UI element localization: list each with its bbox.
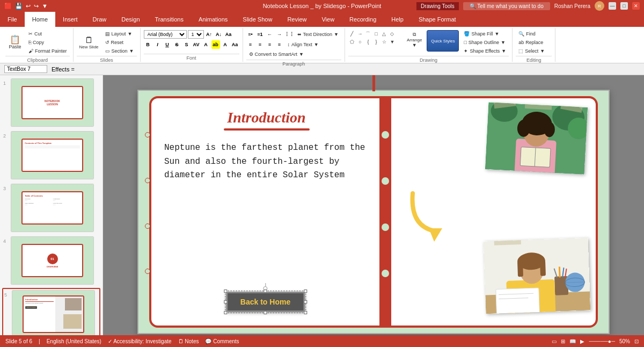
tab-review[interactable]: Review xyxy=(280,12,314,27)
slide-thumb-3[interactable]: 3 Table of Contents Overview——Assignment… xyxy=(2,183,100,233)
notes-status[interactable]: 🗒 Notes xyxy=(178,338,199,344)
new-slide-button[interactable]: 🗒 New Slide xyxy=(77,34,101,51)
align-left-button[interactable]: ≡ xyxy=(246,40,255,49)
reset-button[interactable]: ↺ Reset xyxy=(103,39,137,46)
indent-more-button[interactable]: → xyxy=(275,30,284,39)
quick-access-save[interactable]: 💾 xyxy=(15,3,23,10)
search-bar[interactable]: 🔍 Tell me what you want to do xyxy=(463,2,550,10)
layout-button[interactable]: ▤ Layout ▼ xyxy=(103,30,137,38)
shape-arrow[interactable]: → xyxy=(356,30,364,38)
text-color-button[interactable]: A xyxy=(221,40,230,49)
cut-button[interactable]: ✂ Cut xyxy=(26,30,70,38)
align-right-button[interactable]: ≡ xyxy=(266,40,274,49)
increase-font-size[interactable]: A↑ xyxy=(205,30,214,39)
tab-view[interactable]: View xyxy=(314,12,342,27)
shape-more[interactable]: ▼ xyxy=(389,38,396,46)
align-center-button[interactable]: ≡ xyxy=(256,40,265,49)
arrange-button[interactable]: ⧉ Arrange ▼ xyxy=(404,30,425,49)
italic-button[interactable]: I xyxy=(153,40,162,49)
format-painter-button[interactable]: 🖌 Format Painter xyxy=(26,47,70,55)
window-close[interactable]: ✕ xyxy=(632,2,640,10)
numbering-button[interactable]: ≡1 xyxy=(256,30,265,39)
underline-button[interactable]: U xyxy=(163,40,172,49)
quick-access-redo[interactable]: ↪ xyxy=(34,3,39,10)
font-family-select[interactable]: Arial (Body) xyxy=(144,30,187,39)
comments-status[interactable]: 💬 Comments xyxy=(205,338,239,344)
slide-thumb-4[interactable]: 4 01 OVERVIEW xyxy=(2,235,100,286)
quick-styles-button[interactable]: Quick Styles xyxy=(427,30,459,52)
justify-button[interactable]: ≡ xyxy=(275,40,284,49)
tab-design[interactable]: Design xyxy=(114,12,147,27)
window-minimize[interactable]: — xyxy=(609,2,616,10)
slide-canvas[interactable]: Introduction Neptune is the farthest pla… xyxy=(137,90,610,334)
change-case-button[interactable]: Aa xyxy=(231,40,239,49)
handle-tm[interactable] xyxy=(264,290,267,293)
shape-bracket2[interactable]: } xyxy=(372,38,380,46)
handle-ml[interactable] xyxy=(224,300,227,303)
select-button[interactable]: ⬚ Select ▼ xyxy=(516,47,547,55)
tab-home[interactable]: Home xyxy=(25,12,55,27)
quick-access-undo[interactable]: ↩ xyxy=(26,3,31,10)
section-button[interactable]: ▭ Section ▼ xyxy=(103,47,137,55)
shape-triangle[interactable]: △ xyxy=(380,30,388,38)
handle-mr[interactable] xyxy=(304,300,307,303)
tab-recording[interactable]: Recording xyxy=(342,12,384,27)
shape-effects-button[interactable]: ✦ Shape Effects ▼ xyxy=(461,47,509,55)
tab-file[interactable]: File xyxy=(0,12,25,27)
shape-oval[interactable]: ○ xyxy=(356,38,364,46)
text-direction-button[interactable]: ⬌ Text Direction ▼ xyxy=(295,31,341,38)
paste-button[interactable]: 📋 Paste xyxy=(5,34,25,51)
highlight-button[interactable]: ab xyxy=(211,40,220,49)
bold-button[interactable]: B xyxy=(144,40,152,49)
accessibility-check[interactable]: ✓ Accessibility: Investigate xyxy=(108,338,172,344)
back-to-home-button[interactable]: Back to Home xyxy=(226,292,305,312)
slide-thumb-5[interactable]: 5 Introduction Neptune is the farthest p… xyxy=(2,288,100,337)
shape-outline-button[interactable]: □ Shape Outline ▼ xyxy=(461,39,509,46)
handle-tr[interactable] xyxy=(304,290,307,293)
tab-animations[interactable]: Animations xyxy=(191,12,235,27)
normal-view-btn[interactable]: ▭ xyxy=(552,338,557,344)
col-button[interactable]: ⋮⋮ xyxy=(285,30,294,39)
zoom-slider[interactable]: ─────●─ xyxy=(589,338,615,344)
reading-view-btn[interactable]: 📖 xyxy=(569,338,576,344)
replace-button[interactable]: ab Replace xyxy=(516,39,547,46)
align-text-button[interactable]: ↕ Align Text ▼ xyxy=(285,41,321,48)
quick-access-more[interactable]: ▼ xyxy=(42,3,48,9)
decrease-font-size[interactable]: A↓ xyxy=(215,30,223,39)
shape-diamond[interactable]: ◇ xyxy=(389,30,396,38)
slide-thumb-1[interactable]: 1 NOTEBOOKLESSON xyxy=(2,77,100,128)
shape-line[interactable]: ╱ xyxy=(348,30,356,38)
indent-less-button[interactable]: ← xyxy=(266,30,274,39)
tab-draw[interactable]: Draw xyxy=(85,12,114,27)
handle-tl[interactable] xyxy=(224,290,227,293)
tab-help[interactable]: Help xyxy=(384,12,411,27)
shape-pentagon[interactable]: ⬠ xyxy=(348,38,356,46)
convert-smartart-button[interactable]: ⚙ Convert to SmartArt ▼ xyxy=(246,50,306,58)
char-spacing-button[interactable]: AV xyxy=(192,40,201,49)
tab-shape-format[interactable]: Shape Format xyxy=(411,12,464,27)
shadow-button[interactable]: S xyxy=(182,40,191,49)
handle-bl[interactable] xyxy=(224,311,227,314)
shape-curve[interactable]: ⌒ xyxy=(364,30,372,38)
font-color-button[interactable]: A xyxy=(202,40,210,49)
shape-rect[interactable]: □ xyxy=(372,30,380,38)
slide-thumb-2[interactable]: 2 Contents of This Template xyxy=(2,130,100,180)
handle-bm[interactable] xyxy=(264,311,267,314)
font-size-select[interactable]: 14 xyxy=(188,30,204,39)
shape-bracket1[interactable]: { xyxy=(364,38,372,46)
strikethrough-button[interactable]: S xyxy=(173,40,181,49)
handle-br[interactable] xyxy=(304,311,307,314)
tab-transitions[interactable]: Transitions xyxy=(148,12,191,27)
window-maximize[interactable]: □ xyxy=(620,2,628,10)
slideshow-btn[interactable]: ▶ xyxy=(580,338,584,344)
shape-star[interactable]: ☆ xyxy=(380,38,388,46)
copy-button[interactable]: ⎘ Copy xyxy=(26,39,70,46)
name-box[interactable] xyxy=(4,65,47,73)
find-button[interactable]: 🔍 Find xyxy=(516,30,547,38)
slide-sorter-btn[interactable]: ⊞ xyxy=(561,338,565,344)
shape-fill-button[interactable]: 🪣 Shape Fill ▼ xyxy=(461,30,509,38)
bullets-button[interactable]: ≡• xyxy=(246,30,255,39)
tab-slideshow[interactable]: Slide Show xyxy=(235,12,280,27)
clear-format-btn[interactable]: Aa xyxy=(224,30,233,39)
fit-slide-btn[interactable]: ⊡ xyxy=(634,338,639,344)
